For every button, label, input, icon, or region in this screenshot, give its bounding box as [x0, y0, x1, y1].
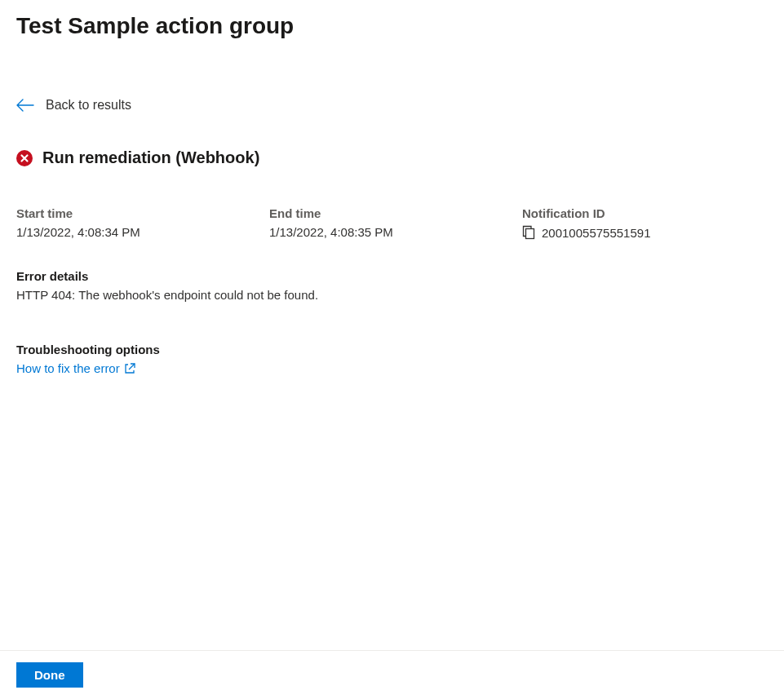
start-time-block: Start time 1/13/2022, 4:08:34 PM	[16, 206, 269, 240]
back-to-results-link[interactable]: Back to results	[16, 98, 131, 113]
error-message: HTTP 404: The webhook's endpoint could n…	[16, 288, 768, 302]
error-details-heading: Error details	[16, 269, 768, 283]
notification-id-value: 2001005575551591	[542, 226, 650, 240]
notification-id-label: Notification ID	[522, 206, 775, 220]
start-time-label: Start time	[16, 206, 269, 220]
done-button[interactable]: Done	[16, 662, 83, 688]
arrow-left-icon	[16, 99, 34, 112]
troubleshooting-heading: Troubleshooting options	[16, 343, 768, 356]
start-time-value: 1/13/2022, 4:08:34 PM	[16, 225, 269, 239]
end-time-block: End time 1/13/2022, 4:08:35 PM	[269, 206, 522, 240]
end-time-value: 1/13/2022, 4:08:35 PM	[269, 225, 522, 239]
end-time-label: End time	[269, 206, 522, 220]
webhook-status-title: Run remediation (Webhook)	[42, 148, 259, 167]
footer-bar: Done	[0, 650, 784, 699]
back-link-label: Back to results	[46, 98, 131, 113]
fix-link-label: How to fix the error	[16, 361, 120, 375]
page-title: Test Sample action group	[16, 13, 768, 39]
svg-rect-1	[526, 229, 534, 239]
error-circle-icon	[16, 150, 33, 166]
copy-icon[interactable]	[522, 225, 535, 240]
external-link-icon	[123, 362, 136, 375]
notification-id-block: Notification ID 2001005575551591	[522, 206, 775, 240]
how-to-fix-link[interactable]: How to fix the error	[16, 361, 136, 375]
